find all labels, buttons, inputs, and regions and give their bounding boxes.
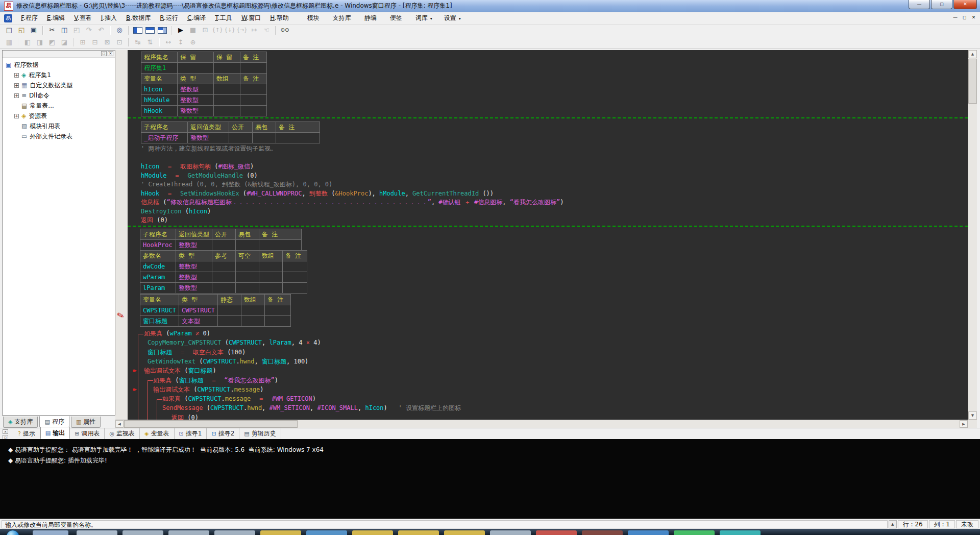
table-cell[interactable] — [236, 240, 259, 251]
table-cell[interactable] — [214, 95, 240, 106]
tree-item-6[interactable]: ▨模块引用表 — [3, 121, 115, 131]
panel-float-button[interactable]: ◻ — [101, 51, 107, 56]
panel-close-button[interactable]: ✕ — [108, 51, 113, 56]
table-header-cell[interactable]: 保 留 — [214, 52, 240, 63]
table-header-cell[interactable]: 备 注 — [276, 122, 320, 133]
table-cell[interactable]: 整数型 — [178, 84, 214, 95]
taskbar-item-0[interactable] — [33, 530, 68, 535]
taskbar-item-6[interactable] — [306, 530, 347, 535]
toolbar-same-width[interactable]: ⊠ — [102, 37, 113, 47]
expand-icon[interactable]: + — [14, 73, 19, 78]
code-line[interactable]: SendMessage (CWPSTRUCT.hwnd, #WM_SETICON… — [162, 404, 461, 412]
table-header-cell[interactable]: 返回值类型 — [176, 229, 212, 240]
table-header-cell[interactable]: 备 注 — [240, 52, 267, 63]
toolbar-align-left[interactable]: ◧ — [22, 37, 33, 47]
table-header-cell[interactable]: 程序集名 — [141, 52, 178, 63]
taskbar-item-8[interactable] — [398, 530, 439, 535]
table-cell[interactable]: 窗口标题 — [140, 316, 179, 327]
table-cell[interactable]: _启动子程序 — [141, 133, 188, 143]
table-cell[interactable]: 程序集1 — [141, 63, 178, 74]
code-line[interactable]: DestroyIcon (hIcon) — [141, 207, 211, 215]
plugin-menu-2[interactable]: 静编 — [358, 12, 383, 24]
panel-tab-2[interactable]: ▥属性 — [71, 417, 101, 428]
table-header-cell[interactable]: 变量名 — [140, 295, 179, 305]
taskbar-item-10[interactable] — [490, 530, 531, 535]
toolbar-hand-pause[interactable]: ☜ — [261, 25, 272, 35]
table-cell[interactable] — [241, 305, 265, 316]
toolbar-size-to-height[interactable]: ↕ — [175, 37, 186, 47]
toolbar-debug-break[interactable]: ⊡ — [200, 25, 211, 35]
toolbar-space-equal-horizontal[interactable]: ↹ — [132, 37, 143, 47]
expand-icon[interactable]: + — [14, 93, 19, 98]
code-line[interactable]: ' 两种方法，建立新线程监视或者设置钩子监视。 — [141, 144, 277, 153]
table-cell[interactable] — [240, 63, 267, 74]
toolbar-size-both[interactable]: ⊕ — [187, 37, 199, 47]
toolbar-step-out[interactable]: {→} — [236, 25, 248, 35]
table-cell[interactable] — [240, 106, 267, 116]
output-tab-6[interactable]: ⊡搜寻2 — [207, 428, 239, 439]
table-cell[interactable] — [212, 261, 236, 272]
taskbar-item-9[interactable] — [444, 530, 485, 535]
table-cell[interactable]: HookProc — [140, 240, 176, 251]
table-header-cell[interactable]: 易包 — [236, 229, 259, 240]
menu-item-t[interactable]: T.工具 — [210, 12, 237, 24]
table-cell[interactable]: 整数型 — [178, 95, 214, 106]
table-header-cell[interactable]: 参数名 — [140, 251, 176, 261]
toolbar-run[interactable]: ▶ — [175, 25, 186, 35]
table-header-cell[interactable]: 备 注 — [240, 74, 267, 84]
table-header-cell[interactable]: 变量名 — [141, 74, 178, 84]
toolbar-redo[interactable]: ↷ — [83, 25, 94, 35]
table-header-cell[interactable]: 类 型 — [176, 251, 212, 261]
table-cell[interactable] — [218, 316, 241, 327]
toolbar-layout-split[interactable] — [158, 27, 167, 34]
table-header-cell[interactable]: 公开 — [229, 122, 253, 133]
scroll-down-button[interactable]: ▼ — [968, 411, 977, 420]
menu-item-i[interactable]: I.插入 — [96, 12, 121, 24]
table-cell[interactable]: 整数型 — [176, 283, 212, 294]
toolbar-size-to-width[interactable]: ↔ — [163, 37, 174, 47]
dropdown-arrow-icon[interactable]: ▾ — [430, 16, 432, 21]
status-up-button[interactable]: ▲ — [889, 520, 897, 528]
dropdown-arrow-icon[interactable]: ▾ — [459, 16, 461, 21]
mdi-close-button[interactable]: ✕ — [970, 14, 977, 21]
plugin-menu-3[interactable]: 便签 — [383, 12, 409, 24]
tree-item-4[interactable]: ▤常量表... — [3, 101, 115, 111]
table-cell[interactable] — [259, 261, 283, 272]
code-line[interactable]: hHook ＝ SetWindowsHookEx (#WH_CALLWNDPRO… — [141, 189, 494, 198]
breakpoint-marker-icon[interactable]: ▸▸ — [133, 367, 135, 374]
code-line[interactable]: 输出调试文本 (窗口标题) — [144, 367, 216, 375]
table-cell[interactable] — [214, 84, 240, 95]
toolbar-align-bottom[interactable]: ◪ — [59, 37, 70, 47]
table-header-cell[interactable]: 类 型 — [178, 74, 214, 84]
toolbar-find[interactable]: ◎ — [114, 25, 125, 35]
tree-item-0[interactable]: ▣程序数据 — [3, 60, 115, 70]
toolbar-save[interactable]: ▣ — [28, 25, 39, 35]
table-cell[interactable] — [229, 133, 253, 143]
table-cell[interactable] — [236, 283, 259, 294]
toolbar-run-to-cursor[interactable]: ↦ — [249, 25, 260, 35]
tree-item-2[interactable]: +▦自定义数据类型 — [3, 80, 115, 90]
table-cell[interactable] — [240, 95, 267, 106]
table-cell[interactable] — [283, 283, 307, 294]
table-cell[interactable] — [241, 316, 265, 327]
minimize-button[interactable]: — — [909, 0, 930, 9]
menu-item-f[interactable]: F.程序 — [16, 12, 42, 24]
table-header-cell[interactable]: 返回值类型 — [188, 122, 229, 133]
taskbar-item-1[interactable] — [77, 530, 117, 535]
tree-item-1[interactable]: +◈程序集1 — [3, 70, 115, 80]
taskbar-item-7[interactable] — [352, 530, 393, 535]
output-tab-5[interactable]: ⊡搜寻1 — [175, 428, 207, 439]
table-cell[interactable] — [214, 63, 240, 74]
mdi-minimize-button[interactable]: — — [951, 14, 959, 21]
toolbar-cut[interactable]: ✂ — [46, 25, 58, 35]
plugin-menu-0[interactable]: 模块 — [301, 12, 326, 24]
table-cell[interactable] — [240, 84, 267, 95]
vertical-scroll-thumb[interactable] — [968, 59, 977, 104]
close-button[interactable]: ✕ — [953, 0, 977, 9]
table-header-cell[interactable]: 参考 — [212, 251, 236, 261]
scroll-right-button[interactable]: ▶ — [960, 420, 968, 428]
code-line[interactable]: 返回 (0) — [141, 216, 168, 224]
table-cell[interactable] — [214, 106, 240, 116]
toolbar-step-into[interactable]: {↑} — [212, 25, 223, 35]
menu-item-w[interactable]: W.窗口 — [237, 12, 265, 24]
